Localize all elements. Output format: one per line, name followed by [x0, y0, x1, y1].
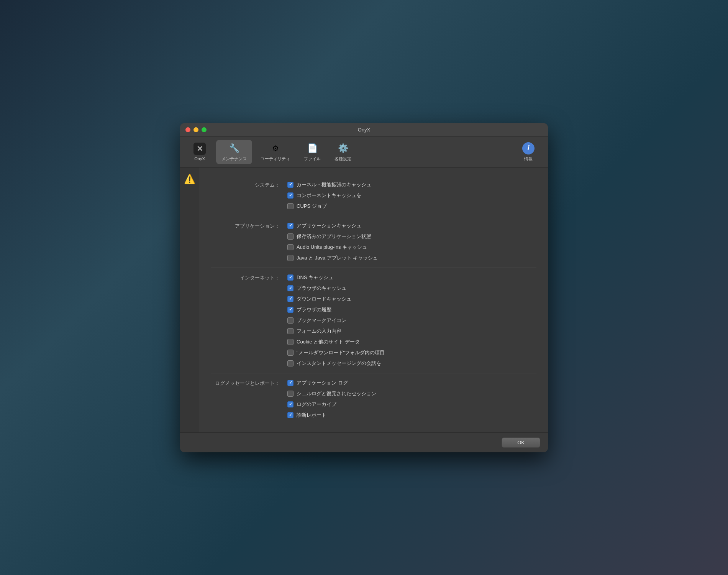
list-item[interactable]: アプリケーション ログ	[287, 380, 536, 386]
toolbar-item-onyx[interactable]: ✕ OnyX	[186, 140, 213, 163]
label-form-input: フォームの入力内容	[297, 328, 341, 335]
list-item[interactable]: 診断レポート	[287, 412, 536, 419]
logs-section: ログメッセージとレポート： アプリケーション ログ シェルログと復元されたセッシ…	[211, 373, 536, 425]
label-shell-log: シェルログと復元されたセッション	[297, 390, 376, 397]
label-app-log: アプリケーション ログ	[297, 380, 348, 386]
main-window: OnyX ✕ OnyX 🔧 メンテナンス ⚙ ユーティリティ 📄 ファイル	[180, 123, 548, 452]
list-item[interactable]: カーネル・機能拡張のキャッシュ	[287, 181, 536, 188]
list-item[interactable]: フォームの入力内容	[287, 328, 536, 335]
warning-icon: ⚠️	[184, 174, 195, 184]
logs-items: アプリケーション ログ シェルログと復元されたセッション ログのアーカイブ 診断…	[287, 380, 536, 419]
list-item[interactable]: コンポーネントキャッシュを	[287, 192, 536, 199]
list-item[interactable]: "メールダウンロード"フォルダ内の項目	[287, 349, 536, 356]
checkbox-audio-units[interactable]	[287, 244, 293, 250]
label-browser-cache: ブラウザのキャッシュ	[297, 285, 346, 292]
toolbar-item-maintenance[interactable]: 🔧 メンテナンス	[216, 140, 252, 164]
toolbar-label-settings: 各種設定	[334, 156, 351, 162]
checkbox-diag-report[interactable]	[287, 412, 293, 418]
label-download-cache: ダウンロードキャッシュ	[297, 296, 351, 302]
ok-button[interactable]: OK	[502, 437, 540, 448]
checkbox-java-cache[interactable]	[287, 255, 293, 261]
tools-icon: 🔧	[228, 142, 240, 154]
label-java-cache: Java と Java アプレット キャッシュ	[297, 255, 378, 261]
list-item[interactable]: Audio Units plug-ins キャッシュ	[287, 244, 536, 251]
list-item[interactable]: ブックマークアイコン	[287, 317, 536, 324]
label-saved-state: 保存済みのアプリケーション状態	[297, 233, 371, 240]
toolbar-label-maintenance: メンテナンス	[221, 156, 247, 162]
label-audio-units: Audio Units plug-ins キャッシュ	[297, 244, 367, 251]
list-item[interactable]: アプリケーションキャッシュ	[287, 222, 536, 229]
checkbox-bookmark-icons[interactable]	[287, 317, 293, 324]
toolbar-label-onyx: OnyX	[194, 156, 205, 161]
content-area: システム： カーネル・機能拡張のキャッシュ コンポーネントキャッシュを CUPS…	[199, 168, 548, 432]
checkbox-shell-log[interactable]	[287, 391, 293, 397]
toolbar-label-info: 情報	[524, 156, 533, 162]
internet-label: インターネット：	[211, 274, 287, 367]
label-diag-report: 診断レポート	[297, 412, 326, 419]
checkbox-instant-msg[interactable]	[287, 360, 293, 366]
maximize-button[interactable]	[202, 127, 207, 132]
label-browser-history: ブラウザの履歴	[297, 306, 331, 313]
checkbox-mail-download[interactable]	[287, 350, 293, 356]
list-item[interactable]: ログのアーカイブ	[287, 401, 536, 408]
list-item[interactable]: ダウンロードキャッシュ	[287, 296, 536, 302]
toolbar-item-files[interactable]: 📄 ファイル	[298, 140, 326, 164]
onyx-icon: ✕	[193, 143, 206, 155]
applications-label: アプリケーション：	[211, 222, 287, 261]
toolbar: ✕ OnyX 🔧 メンテナンス ⚙ ユーティリティ 📄 ファイル ⚙️	[180, 137, 548, 168]
file-icon: 📄	[306, 142, 318, 154]
checkbox-dns-cache[interactable]	[287, 274, 293, 281]
bottom-bar: OK	[180, 432, 548, 452]
label-mail-download: "メールダウンロード"フォルダ内の項目	[297, 349, 385, 356]
label-cups-jobs: CUPS ジョブ	[297, 203, 327, 210]
list-item[interactable]: シェルログと復元されたセッション	[287, 390, 536, 397]
label-component-cache: コンポーネントキャッシュを	[297, 192, 361, 199]
toolbar-item-settings[interactable]: ⚙️ 各種設定	[329, 140, 357, 164]
checkbox-cups-jobs[interactable]	[287, 203, 293, 209]
titlebar: OnyX	[180, 123, 548, 137]
checkbox-kernel-cache[interactable]	[287, 182, 293, 188]
sidebar: ⚠️	[180, 168, 199, 432]
applications-section: アプリケーション： アプリケーションキャッシュ 保存済みのアプリケーション状態 …	[211, 216, 536, 268]
system-section: システム： カーネル・機能拡張のキャッシュ コンポーネントキャッシュを CUPS…	[211, 175, 536, 216]
list-item[interactable]: 保存済みのアプリケーション状態	[287, 233, 536, 240]
minimize-button[interactable]	[193, 127, 198, 132]
label-kernel-cache: カーネル・機能拡張のキャッシュ	[297, 181, 371, 188]
label-cookies: Cookie と他のサイト データ	[297, 338, 360, 345]
list-item[interactable]: ブラウザの履歴	[287, 306, 536, 313]
label-log-archive: ログのアーカイブ	[297, 401, 336, 408]
list-item[interactable]: Java と Java アプレット キャッシュ	[287, 255, 536, 261]
checkbox-app-log[interactable]	[287, 380, 293, 386]
checkbox-log-archive[interactable]	[287, 401, 293, 407]
close-button[interactable]	[185, 127, 190, 132]
internet-section: インターネット： DNS キャッシュ ブラウザのキャッシュ ダウンロードキャッシ…	[211, 268, 536, 373]
system-label: システム：	[211, 181, 287, 210]
list-item[interactable]: インスタントメッセージングの会話を	[287, 360, 536, 367]
util-icon: ⚙	[269, 142, 282, 154]
checkbox-form-input[interactable]	[287, 328, 293, 334]
label-app-cache: アプリケーションキャッシュ	[297, 222, 361, 229]
internet-items: DNS キャッシュ ブラウザのキャッシュ ダウンロードキャッシュ ブラウザの履歴	[287, 274, 536, 367]
toolbar-item-info[interactable]: i 情報	[515, 140, 542, 164]
checkbox-browser-cache[interactable]	[287, 285, 293, 291]
checkbox-component-cache[interactable]	[287, 192, 293, 199]
window-title: OnyX	[358, 127, 371, 133]
checkbox-saved-state[interactable]	[287, 233, 293, 240]
toolbar-label-utilities: ユーティリティ	[261, 156, 290, 162]
checkbox-download-cache[interactable]	[287, 296, 293, 302]
list-item[interactable]: ブラウザのキャッシュ	[287, 285, 536, 292]
toolbar-item-utilities[interactable]: ⚙ ユーティリティ	[255, 140, 295, 164]
list-item[interactable]: Cookie と他のサイト データ	[287, 338, 536, 345]
checkbox-app-cache[interactable]	[287, 223, 293, 229]
settings-icon: ⚙️	[337, 142, 349, 154]
list-item[interactable]: CUPS ジョブ	[287, 203, 536, 210]
checkbox-cookies[interactable]	[287, 339, 293, 345]
info-icon: i	[522, 142, 535, 154]
toolbar-label-files: ファイル	[304, 156, 321, 162]
logs-label: ログメッセージとレポート：	[211, 380, 287, 419]
applications-items: アプリケーションキャッシュ 保存済みのアプリケーション状態 Audio Unit…	[287, 222, 536, 261]
list-item[interactable]: DNS キャッシュ	[287, 274, 536, 281]
checkbox-browser-history[interactable]	[287, 307, 293, 313]
label-instant-msg: インスタントメッセージングの会話を	[297, 360, 381, 367]
system-items: カーネル・機能拡張のキャッシュ コンポーネントキャッシュを CUPS ジョブ	[287, 181, 536, 210]
